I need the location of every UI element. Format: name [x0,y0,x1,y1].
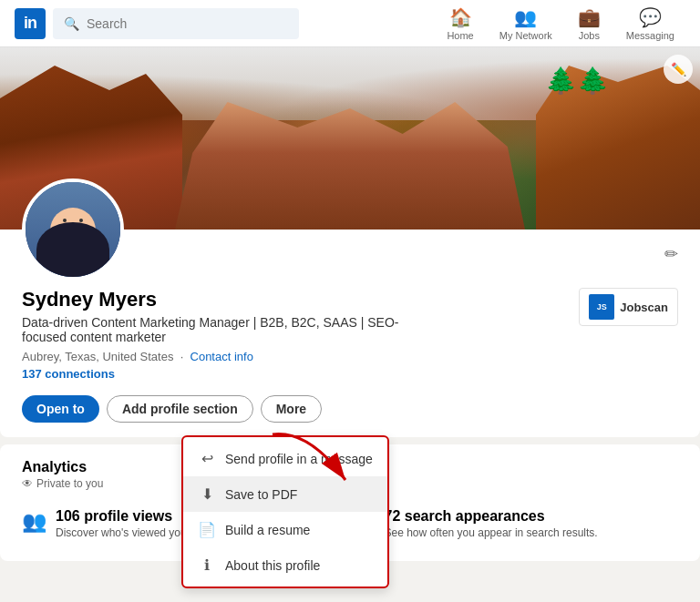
profile-top-row: Sydney Myers Data-driven Content Marketi… [22,288,678,392]
search-appearances-desc: See how often you appear in search resul… [385,526,598,539]
action-buttons: Open to Add profile section More [22,395,678,423]
profile-views-icon: 👥 [22,510,46,534]
network-icon: 👥 [514,6,537,28]
navbar: in 🔍 🏠 Home 👥 My Network 💼 Jobs 💬 Messag… [0,0,700,47]
avatar [22,179,124,281]
nav-label-messaging: Messaging [626,30,674,41]
search-input[interactable] [87,16,288,31]
eye-icon: 👁 [22,477,33,490]
search-bar[interactable]: 🔍 [53,8,299,39]
analytics-item-search-appearances[interactable]: 📊 72 search appearances See how often yo… [351,501,664,546]
connections-link[interactable]: 137 connections [22,367,432,381]
send-message-icon: ↩ [198,450,216,467]
more-button[interactable]: More [261,395,322,423]
about-profile-icon: ℹ [198,556,216,574]
dropdown-item-send-message[interactable]: ↩ Send profile in a message [183,441,387,476]
nav-items: 🏠 Home 👥 My Network 💼 Jobs 💬 Messaging [436,3,685,45]
profile-main: Sydney Myers Data-driven Content Marketi… [22,230,678,423]
profile-identity: Sydney Myers Data-driven Content Marketi… [22,288,432,392]
dropdown-item-build-resume[interactable]: 📄 Build a resume [183,512,387,547]
nav-label-jobs: Jobs [579,30,600,41]
nav-item-jobs[interactable]: 💼 Jobs [567,3,612,45]
edit-cover-button[interactable]: ✏️ [664,55,693,84]
company-badge: JS Jobscan [579,288,678,326]
actions-area: Open to Add profile section More [22,395,678,423]
search-appearances-count: 72 search appearances [385,508,598,525]
dropdown-item-about-profile[interactable]: ℹ About this profile [183,547,387,583]
nav-label-home: Home [447,30,473,41]
search-icon: 🔍 [64,16,79,31]
profile-info: ✏ Sydney Myers Data-driven Content Marke… [0,230,700,437]
nav-item-home[interactable]: 🏠 Home [436,3,484,45]
company-logo: JS [589,294,614,320]
open-to-button[interactable]: Open to [22,395,99,423]
contact-info-link[interactable]: Contact info [190,350,253,363]
nav-item-messaging[interactable]: 💬 Messaging [615,3,685,45]
edit-profile-button[interactable]: ✏ [664,244,678,264]
messaging-icon: 💬 [639,6,662,28]
profile-name: Sydney Myers [22,288,432,311]
profile-location: Aubrey, Texas, United States · Contact i… [22,350,432,363]
nav-item-network[interactable]: 👥 My Network [489,3,563,45]
linkedin-logo[interactable]: in [15,8,46,39]
more-dropdown-menu: ↩ Send profile in a message ⬇ Save to PD… [181,435,389,588]
dropdown-item-save-pdf[interactable]: ⬇ Save to PDF [183,476,387,512]
profile-headline: Data-driven Content Marketing Manager | … [22,315,432,344]
build-resume-icon: 📄 [198,521,216,538]
add-profile-section-button[interactable]: Add profile section [107,395,253,423]
company-name: Jobscan [620,301,668,314]
home-icon: 🏠 [449,6,472,28]
trees-decoration: 🌲🌲 [545,66,609,96]
nav-label-network: My Network [499,30,552,41]
jobs-icon: 💼 [578,6,601,28]
profile-card: 🌲🌲 ✏️ ✏ Sy [0,47,700,437]
save-pdf-icon: ⬇ [198,485,216,503]
